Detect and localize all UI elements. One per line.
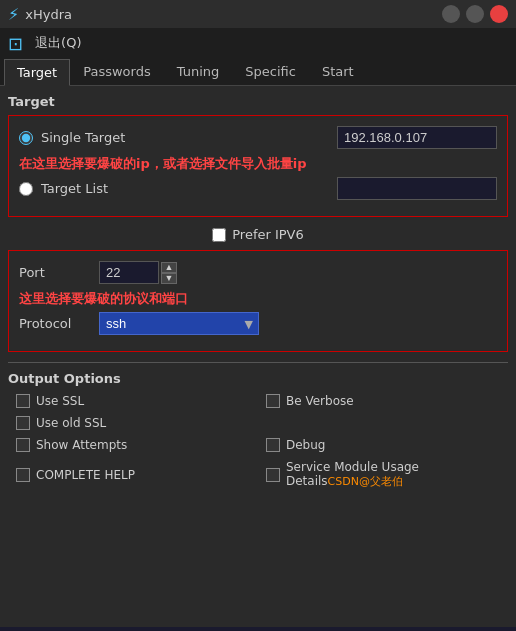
empty-row [266,416,500,430]
single-target-label: Single Target [41,130,329,145]
app-icon: ⚡ [8,5,19,24]
port-row: Port ▲ ▼ [19,261,497,284]
debug-label: Debug [286,438,325,452]
use-old-ssl-checkbox[interactable] [16,416,30,430]
target-box: Single Target 在这里选择要爆破的ip，或者选择文件导入批量ip T… [8,115,508,217]
port-up-button[interactable]: ▲ [161,262,177,273]
title-bar-controls [442,5,508,23]
service-module-checkbox[interactable] [266,468,280,482]
protocol-label: Protocol [19,316,99,331]
service-module-label: Service Module Usage DetailsCSDN@父老伯 [286,460,500,489]
target-list-radio[interactable] [19,182,33,196]
app-title: xHydra [25,7,72,22]
use-ssl-label: Use SSL [36,394,84,408]
menu-bar: ⊡ 退出(Q) [0,28,516,58]
output-divider [8,362,508,363]
use-old-ssl-row: Use old SSL [16,416,250,430]
prefer-ipv6-label: Prefer IPV6 [232,227,304,242]
tab-specific[interactable]: Specific [232,58,309,85]
port-label: Port [19,265,99,280]
title-bar-left: ⚡ xHydra [8,5,72,24]
maximize-button[interactable] [466,5,484,23]
use-old-ssl-label: Use old SSL [36,416,106,430]
output-checkboxes: Use SSL Be Verbose Use old SSL Show Atte… [8,394,508,489]
single-target-row: Single Target [19,126,497,149]
complete-help-checkbox[interactable] [16,468,30,482]
tab-tuning[interactable]: Tuning [164,58,233,85]
protocol-select-wrapper: ssh ftp http smb telnet rdp ▼ [99,312,259,335]
tab-bar: Target Passwords Tuning Specific Start [0,58,516,86]
close-button[interactable] [490,5,508,23]
main-content: Target Single Target 在这里选择要爆破的ip，或者选择文件导… [0,86,516,627]
annotation-ip: 在这里选择要爆破的ip，或者选择文件导入批量ip [19,155,497,173]
annotation-protocol: 这里选择要爆破的协议和端口 [19,290,497,308]
show-attempts-checkbox[interactable] [16,438,30,452]
minimize-button[interactable] [442,5,460,23]
target-list-input[interactable] [337,177,497,200]
single-target-input[interactable] [337,126,497,149]
target-section-label: Target [8,94,508,109]
port-down-button[interactable]: ▼ [161,273,177,284]
tab-passwords[interactable]: Passwords [70,58,164,85]
port-spinner: ▲ ▼ [161,262,177,284]
watermark: CSDN@父老伯 [328,475,403,488]
title-bar: ⚡ xHydra [0,0,516,28]
port-protocol-box: Port ▲ ▼ 这里选择要爆破的协议和端口 Protocol ssh ftp … [8,250,508,352]
menu-icon: ⊡ [8,33,23,54]
output-section-label: Output Options [8,371,508,386]
output-section: Output Options Use SSL Be Verbose Use ol… [8,362,508,489]
quit-menu-item[interactable]: 退出(Q) [31,32,85,54]
tab-start[interactable]: Start [309,58,367,85]
protocol-select[interactable]: ssh ftp http smb telnet rdp [99,312,259,335]
target-list-label: Target List [41,181,329,196]
port-input[interactable] [99,261,159,284]
be-verbose-row: Be Verbose [266,394,500,408]
target-list-row: Target List [19,177,497,200]
show-attempts-row: Show Attempts [16,438,250,452]
complete-help-row: COMPLETE HELP [16,460,250,489]
show-attempts-label: Show Attempts [36,438,127,452]
ipv6-row: Prefer IPV6 [8,227,508,242]
service-module-row: Service Module Usage DetailsCSDN@父老伯 [266,460,500,489]
tab-target[interactable]: Target [4,59,70,86]
use-ssl-row: Use SSL [16,394,250,408]
be-verbose-checkbox[interactable] [266,394,280,408]
prefer-ipv6-checkbox[interactable] [212,228,226,242]
protocol-row: Protocol ssh ftp http smb telnet rdp ▼ [19,312,497,335]
single-target-radio[interactable] [19,131,33,145]
use-ssl-checkbox[interactable] [16,394,30,408]
be-verbose-label: Be Verbose [286,394,354,408]
debug-checkbox[interactable] [266,438,280,452]
complete-help-label: COMPLETE HELP [36,468,135,482]
debug-row: Debug [266,438,500,452]
